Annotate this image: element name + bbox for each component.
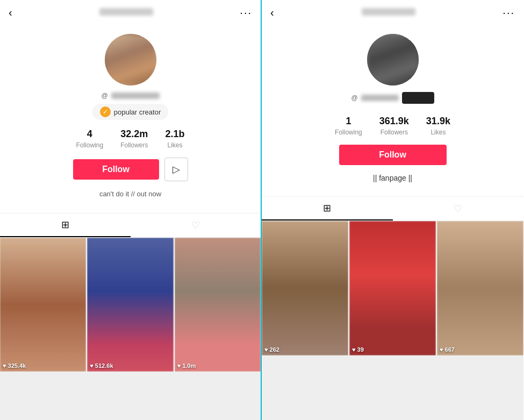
left-stats-row: 4 Following 32.2m Followers 2.1b Likes	[76, 129, 184, 149]
right-fanpage-text: || fanpage ||	[373, 174, 412, 182]
left-actions-row: Follow ▷	[73, 158, 188, 181]
left-likes-count: 2.1b	[166, 129, 185, 140]
right-video-grid: ♥ 262 ♥ 39 ♥ 667	[262, 221, 523, 420]
right-username-blurred	[361, 95, 399, 101]
right-grid-icon: ⊞	[323, 202, 331, 214]
left-panel: ‹ ··· @ ✓ popular creator 4 Following	[0, 0, 262, 420]
left-avatar	[105, 34, 156, 86]
right-followers-label: Followers	[381, 129, 408, 136]
left-more-button[interactable]: ···	[240, 6, 252, 19]
left-stat-followers: 32.2m Followers	[120, 129, 148, 149]
left-video-2-heart-icon: ♥	[90, 362, 94, 369]
left-followers-count: 32.2m	[120, 129, 148, 140]
right-video-1[interactable]: ♥ 262	[262, 221, 348, 355]
right-username-title-blurred	[362, 8, 415, 16]
left-header-title	[17, 8, 236, 17]
left-avatar-image	[105, 34, 156, 86]
left-username-blurred	[111, 92, 160, 99]
left-video-button[interactable]: ▷	[164, 158, 188, 181]
left-video-1-heart-icon: ♥	[3, 362, 6, 369]
right-stats-row: 1 Following 361.9k Followers 31.9k Likes	[335, 116, 450, 136]
right-video-3[interactable]: ♥ 667	[437, 221, 523, 355]
left-video-2-likes: ♥ 512.6k	[90, 362, 113, 369]
right-stat-following: 1 Following	[335, 116, 362, 136]
right-video-2-likes: ♥ 39	[352, 346, 364, 353]
right-tab-grid[interactable]: ⊞	[262, 197, 393, 220]
right-more-button[interactable]: ···	[503, 6, 515, 19]
left-username-title-blurred	[99, 8, 153, 16]
left-popular-text: popular creator	[114, 108, 161, 116]
left-bio: can't do it // out now	[99, 190, 161, 198]
left-following-count: 4	[87, 129, 92, 140]
left-back-button[interactable]: ‹	[9, 6, 12, 19]
left-video-3-heart-icon: ♥	[177, 362, 181, 369]
left-popular-badge: ✓ popular creator	[92, 104, 168, 120]
right-username-badge	[402, 92, 434, 104]
left-video-icon: ▷	[173, 163, 180, 175]
left-follow-button[interactable]: Follow	[73, 159, 159, 180]
left-video-1-likes: ♥ 325.4k	[3, 362, 26, 369]
left-header: ‹ ···	[0, 0, 261, 25]
right-at-sign: @	[351, 94, 357, 102]
right-avatar	[367, 34, 419, 86]
left-tab-bar: ⊞ ♡	[0, 213, 261, 238]
right-video-2[interactable]: ♥ 39	[349, 221, 436, 355]
right-likes-count: 31.9k	[426, 116, 450, 127]
right-header-title	[278, 8, 499, 17]
left-username-row: @	[101, 92, 159, 99]
left-likes-label: Likes	[168, 141, 183, 149]
left-video-1[interactable]: ♥ 325.4k	[0, 238, 86, 372]
left-tab-liked[interactable]: ♡	[131, 213, 261, 237]
left-video-grid: ♥ 325.4k ♥ 512.6k ♥ 1.0m	[0, 238, 261, 420]
right-stat-likes: 31.9k Likes	[426, 116, 450, 136]
left-grid-icon: ⊞	[61, 219, 69, 231]
right-follow-button[interactable]: Follow	[339, 145, 447, 165]
right-header: ‹ ···	[262, 0, 523, 25]
left-stat-following: 4 Following	[76, 129, 103, 149]
right-video-1-heart-icon: ♥	[264, 346, 268, 353]
right-following-label: Following	[335, 129, 362, 136]
left-video-3-likes: ♥ 1.0m	[177, 362, 196, 369]
left-at-sign: @	[101, 92, 107, 99]
left-verified-icon: ✓	[100, 106, 111, 117]
left-profile-section: @ ✓ popular creator 4 Following 32.2m Fo…	[0, 25, 261, 213]
left-followers-label: Followers	[120, 141, 148, 149]
right-likes-label: Likes	[430, 129, 446, 136]
right-actions-row: Follow	[339, 145, 447, 165]
left-tab-grid[interactable]: ⊞	[0, 213, 131, 237]
right-video-3-likes: ♥ 667	[440, 346, 455, 353]
left-stat-likes: 2.1b Likes	[166, 129, 185, 149]
left-video-2[interactable]: ♥ 512.6k	[87, 238, 173, 372]
left-heart-icon: ♡	[191, 219, 200, 231]
right-back-button[interactable]: ‹	[270, 6, 274, 19]
right-tab-liked[interactable]: ♡	[393, 197, 524, 220]
right-panel: ‹ ··· @ 1 Following 361.9k Followers 31	[262, 0, 523, 420]
right-followers-count: 361.9k	[379, 116, 409, 127]
left-video-3[interactable]: ♥ 1.0m	[175, 238, 261, 372]
right-username-row: @	[351, 92, 434, 104]
right-video-2-heart-icon: ♥	[352, 346, 356, 353]
right-video-1-likes: ♥ 262	[264, 346, 279, 353]
left-following-label: Following	[76, 141, 103, 149]
right-avatar-image	[367, 34, 419, 86]
right-profile-section: @ 1 Following 361.9k Followers 31.9k Lik…	[262, 25, 523, 196]
right-following-count: 1	[346, 116, 351, 127]
right-heart-icon: ♡	[454, 203, 462, 215]
right-stat-followers: 361.9k Followers	[379, 116, 409, 136]
right-video-3-heart-icon: ♥	[440, 346, 443, 353]
right-tab-bar: ⊞ ♡	[262, 196, 523, 221]
